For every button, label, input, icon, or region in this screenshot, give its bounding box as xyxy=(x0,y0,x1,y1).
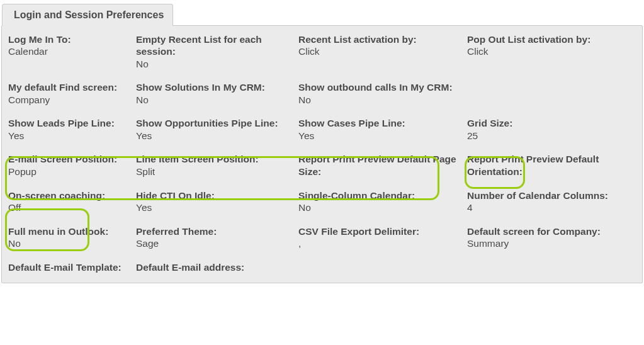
grid-size-label: Grid Size: xyxy=(467,117,636,129)
report-print-preview-page-size-label: Report Print Preview Default Page Size: xyxy=(298,153,467,178)
preferences-grid: Log Me In To:Calendar Empty Recent List … xyxy=(2,26,642,283)
tab-login-session-preferences[interactable]: Login and Session Preferences xyxy=(2,4,173,26)
number-calendar-columns-value: 4 xyxy=(467,202,636,214)
show-outbound-calls-value: No xyxy=(298,94,467,106)
report-print-preview-orientation-label: Report Print Preview Default Orientation… xyxy=(467,153,636,178)
preferences-panel: Login and Session Preferences Log Me In … xyxy=(1,25,643,283)
preferred-theme-label: Preferred Theme: xyxy=(136,225,298,237)
full-menu-outlook-label: Full menu in Outlook: xyxy=(8,225,136,237)
show-leads-pipeline-label: Show Leads Pipe Line: xyxy=(8,117,136,129)
show-opportunities-pipeline-label: Show Opportunities Pipe Line: xyxy=(136,117,298,129)
number-calendar-columns-label: Number of Calendar Columns: xyxy=(467,189,636,201)
show-solutions-label: Show Solutions In My CRM: xyxy=(136,81,298,93)
recent-list-activation-label: Recent List activation by: xyxy=(298,33,467,45)
recent-list-activation-value: Click xyxy=(298,46,467,58)
show-cases-pipeline-label: Show Cases Pipe Line: xyxy=(298,117,467,129)
login-target-value: Calendar xyxy=(8,46,136,58)
show-opportunities-pipeline-value: Yes xyxy=(136,130,298,142)
single-column-calendar-label: Single-Column Calendar: xyxy=(298,189,467,201)
hide-cti-on-idle-value: Yes xyxy=(136,202,298,214)
default-email-address-label: Default E-mail address: xyxy=(136,261,298,273)
csv-export-delimiter-label: CSV File Export Delimiter: xyxy=(298,225,467,237)
single-column-calendar-value: No xyxy=(298,202,467,214)
onscreen-coaching-label: On-screen coaching: xyxy=(8,189,136,201)
login-target-label: Log Me In To: xyxy=(8,33,136,45)
empty-recent-list-label: Empty Recent List for each session: xyxy=(136,33,298,58)
show-solutions-value: No xyxy=(136,94,298,106)
popout-list-activation-label: Pop Out List activation by: xyxy=(467,33,636,45)
email-screen-position-label: E-mail Screen Position: xyxy=(8,153,136,165)
show-cases-pipeline-value: Yes xyxy=(298,130,467,142)
show-outbound-calls-label: Show outbound calls In My CRM: xyxy=(298,81,467,93)
line-item-screen-position-label: Line Item Screen Position: xyxy=(136,153,298,165)
csv-export-delimiter-value: , xyxy=(298,238,467,250)
default-email-template-label: Default E-mail Template: xyxy=(8,261,136,273)
onscreen-coaching-value: Off xyxy=(8,202,136,214)
hide-cti-on-idle-label: Hide CTI On Idle: xyxy=(136,189,298,201)
preferred-theme-value: Sage xyxy=(136,238,298,250)
grid-size-value: 25 xyxy=(467,130,636,142)
default-company-screen-label: Default screen for Company: xyxy=(467,225,636,237)
line-item-screen-position-value: Split xyxy=(136,166,298,178)
full-menu-outlook-value: No xyxy=(8,238,136,250)
default-find-screen-value: Company xyxy=(8,94,136,106)
default-find-screen-label: My default Find screen: xyxy=(8,81,136,93)
popout-list-activation-value: Click xyxy=(467,46,636,58)
show-leads-pipeline-value: Yes xyxy=(8,130,136,142)
empty-recent-list-value: No xyxy=(136,59,298,71)
tab-title: Login and Session Preferences xyxy=(14,9,164,20)
email-screen-position-value: Popup xyxy=(8,166,136,178)
default-company-screen-value: Summary xyxy=(467,238,636,250)
